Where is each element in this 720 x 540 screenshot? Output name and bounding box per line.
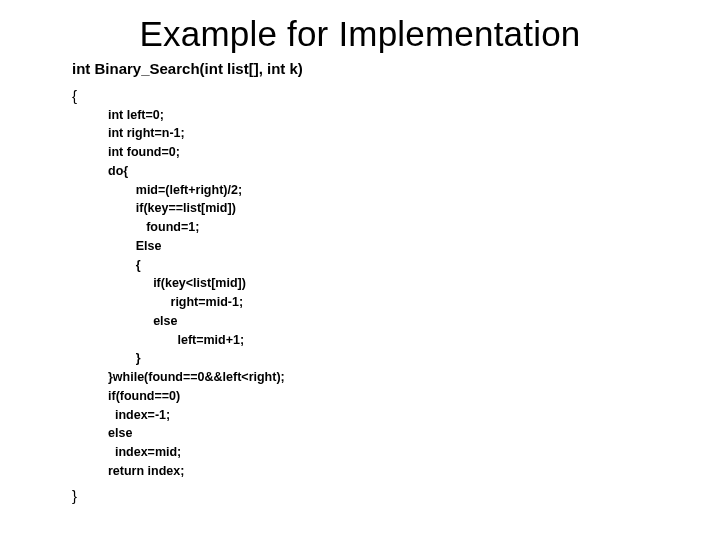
brace-close: } bbox=[0, 481, 720, 504]
brace-open: { bbox=[0, 81, 720, 106]
function-signature: int Binary_Search(int list[], int k) bbox=[0, 58, 720, 81]
slide: Example for Implementation int Binary_Se… bbox=[0, 0, 720, 540]
slide-title: Example for Implementation bbox=[0, 0, 720, 58]
code-body: int left=0; int right=n-1; int found=0; … bbox=[0, 106, 720, 481]
